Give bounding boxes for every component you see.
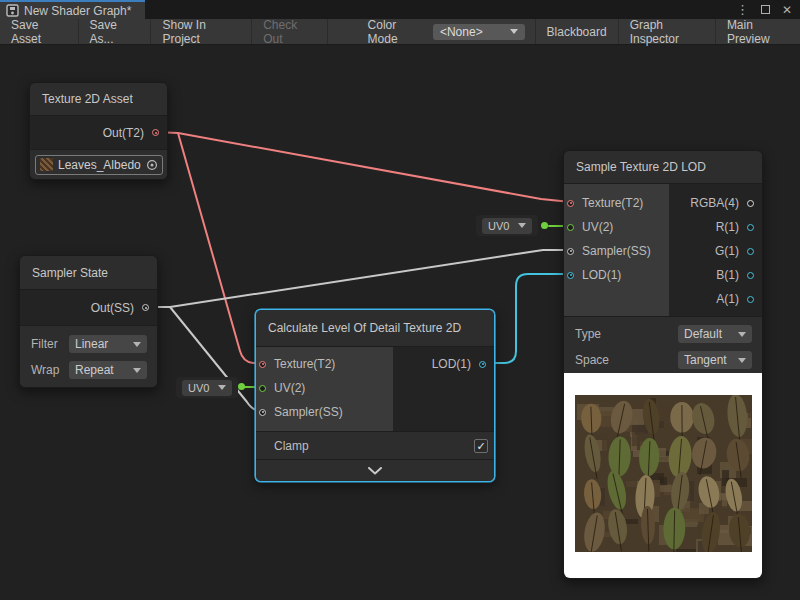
shader-graph-window: New Shader Graph* ⋮ ✕ Save Asset Save As… <box>0 0 800 600</box>
save-asset-button[interactable]: Save Asset <box>0 19 79 44</box>
port-label: LOD(1) <box>432 357 471 371</box>
node-sample-texture-2d-lod[interactable]: Sample Texture 2D LOD Texture(T2) UV(2) … <box>563 150 763 579</box>
check-out-button: Check Out <box>252 19 327 44</box>
port-in-lod[interactable] <box>567 272 574 279</box>
port-out-g[interactable] <box>747 248 754 255</box>
filter-label: Filter <box>31 337 69 351</box>
port-in-texture[interactable] <box>259 361 266 368</box>
port-label: A(1) <box>716 292 739 306</box>
uv-channel-pill: UV0 <box>176 377 238 398</box>
wrap-dropdown[interactable]: Repeat <box>69 361 147 379</box>
port-out-b[interactable] <box>747 272 754 279</box>
port-label: Out(SS) <box>91 301 134 315</box>
port-out-rgba[interactable] <box>747 200 754 207</box>
maximize-icon[interactable] <box>761 5 770 14</box>
space-dropdown[interactable]: Tangent <box>678 351 752 369</box>
node-sampler-state[interactable]: Sampler State Out(SS) Filter Linear Wrap… <box>19 255 158 388</box>
texture-asset-name: Leaves_Albedo <box>58 158 141 172</box>
save-as-button[interactable]: Save As... <box>79 19 152 44</box>
texture-object-field[interactable]: Leaves_Albedo <box>35 155 163 175</box>
texture-preview-image <box>575 395 752 552</box>
collapse-button[interactable] <box>256 459 494 481</box>
port-label: RGBA(4) <box>690 196 739 210</box>
tab-title: New Shader Graph* <box>24 4 131 18</box>
filter-dropdown[interactable]: Linear <box>69 335 147 353</box>
port-label: UV(2) <box>582 220 613 234</box>
color-mode-dropdown[interactable]: <None> <box>433 24 525 40</box>
node-title: Texture 2D Asset <box>30 83 167 116</box>
blackboard-toggle-button[interactable]: Blackboard <box>535 19 618 44</box>
port-out-r[interactable] <box>747 224 754 231</box>
shader-graph-icon <box>6 4 19 17</box>
space-label: Space <box>575 353 678 367</box>
type-label: Type <box>575 327 678 341</box>
node-title: Calculate Level Of Detail Texture 2D <box>256 310 494 347</box>
chevron-down-icon <box>218 385 226 390</box>
node-texture-2d-asset[interactable]: Texture 2D Asset Out(T2) Leaves_Albedo <box>29 82 168 180</box>
port-label: R(1) <box>716 220 739 234</box>
port-in-texture[interactable] <box>567 200 574 207</box>
type-dropdown[interactable]: Default <box>678 325 752 343</box>
uv-channel-dropdown[interactable]: UV0 <box>182 380 232 396</box>
show-in-project-button[interactable]: Show In Project <box>151 19 252 44</box>
port-label: Out(T2) <box>103 126 144 140</box>
wrap-label: Wrap <box>31 363 69 377</box>
texture-thumbnail <box>40 158 53 171</box>
uv-wire-dot <box>541 222 548 229</box>
port-label: Sampler(SS) <box>274 405 343 419</box>
port-out-t2[interactable] <box>152 129 159 136</box>
clamp-checkbox[interactable]: ✓ <box>474 439 488 453</box>
port-in-uv[interactable] <box>259 385 266 392</box>
graph-toolbar: Save Asset Save As... Show In Project Ch… <box>0 19 800 45</box>
port-in-sampler[interactable] <box>259 409 266 416</box>
port-out-ss[interactable] <box>142 304 149 311</box>
node-title: Sampler State <box>20 256 157 290</box>
chevron-down-icon <box>518 223 526 228</box>
chevron-down-icon <box>510 29 518 34</box>
port-out-a[interactable] <box>747 296 754 303</box>
close-icon[interactable]: ✕ <box>782 4 792 16</box>
node-preview <box>564 373 762 578</box>
node-title: Sample Texture 2D LOD <box>564 151 762 184</box>
port-label: LOD(1) <box>582 268 621 282</box>
chevron-down-icon <box>133 368 141 373</box>
chevron-down-icon <box>738 332 746 337</box>
port-label: UV(2) <box>274 381 305 395</box>
chevron-down-icon <box>367 467 383 475</box>
port-label: Texture(T2) <box>582 196 643 210</box>
port-label: Texture(T2) <box>274 357 335 371</box>
object-picker-icon[interactable] <box>146 159 158 171</box>
port-in-sampler[interactable] <box>567 248 574 255</box>
main-preview-toggle-button[interactable]: Main Preview <box>715 19 800 44</box>
color-mode-label: Color Mode <box>360 18 433 46</box>
uv-channel-pill: UV0 <box>476 215 538 236</box>
node-calculate-lod-texture-2d[interactable]: Calculate Level Of Detail Texture 2D Tex… <box>255 309 495 482</box>
port-label: Sampler(SS) <box>582 244 651 258</box>
port-out-lod[interactable] <box>479 361 486 368</box>
tab-new-shader-graph[interactable]: New Shader Graph* <box>0 0 145 19</box>
chevron-down-icon <box>133 342 141 347</box>
port-label: G(1) <box>715 244 739 258</box>
clamp-label: Clamp <box>274 439 309 453</box>
chevron-down-icon <box>738 358 746 363</box>
uv-wire-dot <box>238 383 245 390</box>
window-menu-icon[interactable]: ⋮ <box>736 3 749 16</box>
port-label: B(1) <box>716 268 739 282</box>
graph-inspector-toggle-button[interactable]: Graph Inspector <box>618 19 715 44</box>
tab-bar: New Shader Graph* ⋮ ✕ <box>0 0 800 19</box>
port-in-uv[interactable] <box>567 224 574 231</box>
uv-channel-dropdown[interactable]: UV0 <box>482 218 532 234</box>
